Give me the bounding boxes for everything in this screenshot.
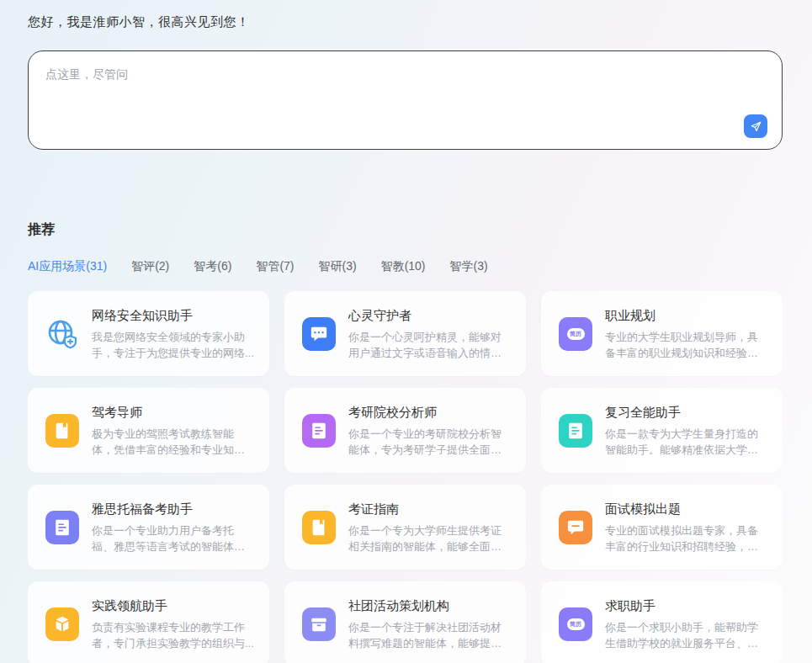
- agent-card-job-search[interactable]: 简历 求职助手 你是一个求职小助手，能帮助学生借助学校的就业服务平台、招聘...: [541, 581, 783, 663]
- document-lines-icon: [559, 414, 592, 448]
- agent-card-ielts-toefl[interactable]: 雅思托福备考助手 你是一个专业助力用户备考托福、雅思等语言考试的智能体。 ## …: [28, 485, 269, 570]
- chat-home-page: 您好，我是淮师小智，很高兴见到您！ 推荐 AI应用场景(31) 智评(2) 智考…: [0, 0, 812, 663]
- resume-badge-icon: 简历: [559, 607, 592, 641]
- card-description: 你是一个心灵呵护精灵，能够对用户通过文字或语音输入的情绪日...: [348, 329, 511, 361]
- document-lines-icon: [45, 511, 79, 544]
- card-title: 面试模拟出题: [605, 501, 767, 517]
- card-title: 复习全能助手: [605, 404, 767, 421]
- agent-card-gradschool-analyst[interactable]: 考研院校分析师 你是一个专业的考研院校分析智能体，专为考研学子提供全面、精...: [284, 388, 526, 473]
- agent-card-practice-pilot[interactable]: 实践领航助手 负责有实验课程专业的教学工作者，专门承担实验教学的组织与...: [28, 581, 269, 663]
- card-description: 我是您网络安全领域的专家小助手，专注于为您提供专业的网络...: [92, 329, 254, 361]
- tab-zhiguan[interactable]: 智管(7): [256, 257, 294, 274]
- card-title: 考证指南: [348, 501, 511, 517]
- card-title: 考研院校分析师: [348, 404, 511, 421]
- chat-dots-icon: [302, 317, 336, 351]
- greeting-text: 您好，我是淮师小智，很高兴见到您！: [28, 0, 783, 31]
- cube-icon: [45, 607, 79, 641]
- card-title: 求职助手: [605, 597, 767, 614]
- card-description: 你是一个专业的考研院校分析智能体，专为考研学子提供全面、精...: [348, 426, 511, 458]
- agent-card-career-planning[interactable]: 简历 职业规划 专业的大学生职业规划导师，具备丰富的职业规划知识和经验，能...: [541, 291, 783, 376]
- chat-line-icon: [559, 511, 592, 544]
- card-description: 你是一个专为大学师生提供考证相关指南的智能体，能够全面且精...: [348, 522, 511, 554]
- category-tabs: AI应用场景(31) 智评(2) 智考(6) 智管(7) 智研(3) 智教(10…: [28, 257, 783, 274]
- card-description: 你是一个专注于解决社团活动材料撰写难题的智能体，能够提供极...: [348, 619, 511, 651]
- message-composer: [28, 50, 783, 150]
- resume-badge-label: 简历: [567, 618, 585, 630]
- storage-box-icon: [302, 607, 336, 641]
- card-title: 实践领航助手: [92, 597, 254, 614]
- card-title: 雅思托福备考助手: [92, 501, 254, 517]
- document-lines-icon: [302, 414, 336, 448]
- agent-card-club-planning[interactable]: 社团活动策划机构 你是一个专注于解决社团活动材料撰写难题的智能体，能够提供极..…: [284, 581, 526, 663]
- message-input[interactable]: [29, 51, 782, 112]
- tab-zhiyan[interactable]: 智研(3): [319, 257, 357, 274]
- agent-card-review-assistant[interactable]: 复习全能助手 你是一款专为大学生量身打造的智能助手。能够精准依据大学生的...: [541, 388, 783, 473]
- agent-card-mind-guardian[interactable]: 心灵守护者 你是一个心灵呵护精灵，能够对用户通过文字或语音输入的情绪日...: [284, 291, 526, 376]
- card-description: 负责有实验课程专业的教学工作者，专门承担实验教学的组织与...: [92, 619, 254, 651]
- tab-zhixue[interactable]: 智学(3): [450, 257, 488, 274]
- send-button[interactable]: [744, 114, 767, 138]
- tab-zhijiao[interactable]: 智教(10): [381, 257, 426, 274]
- recommend-section-title: 推荐: [28, 220, 783, 239]
- book-icon: [45, 414, 79, 448]
- globe-shield-icon: [45, 317, 79, 351]
- resume-badge-label: 简历: [567, 328, 585, 340]
- card-description: 你是一款专为大学生量身打造的智能助手。能够精准依据大学生的...: [605, 426, 767, 458]
- agent-card-network-security[interactable]: 网络安全知识助手 我是您网络安全领域的专家小助手，专注于为您提供专业的网络...: [28, 291, 269, 376]
- resume-badge-icon: 简历: [559, 317, 592, 351]
- agent-card-cert-guide[interactable]: 考证指南 你是一个专为大学师生提供考证相关指南的智能体，能够全面且精...: [284, 485, 526, 570]
- book-icon: [302, 511, 336, 544]
- card-description: 专业的大学生职业规划导师，具备丰富的职业规划知识和经验，能...: [605, 329, 767, 361]
- paper-plane-icon: [750, 120, 762, 133]
- agent-card-grid: 网络安全知识助手 我是您网络安全领域的专家小助手，专注于为您提供专业的网络...…: [28, 291, 783, 663]
- card-title: 驾考导师: [92, 404, 254, 421]
- card-description: 你是一个专业助力用户备考托福、雅思等语言考试的智能体。 ## ...: [92, 522, 254, 554]
- card-description: 极为专业的驾照考试教练智能体，凭借丰富的经验和专业知识，致...: [92, 426, 254, 458]
- tab-ai-scenes[interactable]: AI应用场景(31): [28, 257, 107, 274]
- tab-zhikao[interactable]: 智考(6): [194, 257, 231, 274]
- card-title: 网络安全知识助手: [92, 307, 254, 324]
- agent-card-driving-test[interactable]: 驾考导师 极为专业的驾照考试教练智能体，凭借丰富的经验和专业知识，致...: [28, 388, 269, 473]
- card-title: 心灵守护者: [348, 307, 511, 324]
- card-title: 社团活动策划机构: [348, 597, 511, 614]
- card-description: 你是一个求职小助手，能帮助学生借助学校的就业服务平台、招聘...: [605, 619, 767, 651]
- card-description: 专业的面试模拟出题专家，具备丰富的行业知识和招聘经验，能够...: [605, 522, 767, 554]
- card-title: 职业规划: [605, 307, 767, 324]
- agent-card-interview-questions[interactable]: 面试模拟出题 专业的面试模拟出题专家，具备丰富的行业知识和招聘经验，能够...: [541, 485, 783, 570]
- tab-zhiping[interactable]: 智评(2): [131, 257, 169, 274]
